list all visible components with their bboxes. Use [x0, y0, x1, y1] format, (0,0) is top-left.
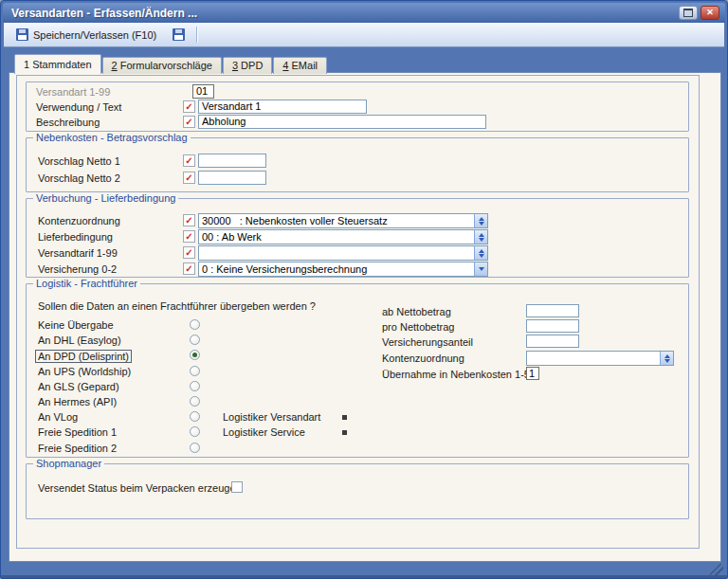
group-legend: Nebenkosten - Betragsvorschlag — [33, 132, 191, 143]
versicherung-combo[interactable]: 0 : Keine Versicherungsberechnung — [198, 262, 488, 277]
restore-button[interactable] — [679, 6, 698, 20]
radio-dpd-selected[interactable] — [190, 350, 200, 360]
radio-dhl[interactable] — [190, 335, 200, 345]
tab-formularvorschlaege[interactable]: 2 Formularvorschläge — [102, 57, 222, 74]
window-title: Versandarten - Erfassen/Ändern ... — [3, 7, 197, 20]
group-legend: Verbuchung - Lieferbedingung — [33, 192, 178, 204]
versicherungsanteil-label: Versicherungsanteil — [382, 336, 473, 348]
close-icon: ✕ — [706, 9, 714, 17]
edit-check-icon[interactable] — [183, 230, 195, 243]
radio-label-vlog: An VLog — [38, 411, 78, 423]
radio-keine-uebergabe[interactable] — [190, 319, 200, 330]
edit-check-icon[interactable] — [183, 154, 195, 167]
lieferbedingung-combo[interactable]: 00 : Ab Werk — [198, 229, 488, 244]
radio-vlog[interactable] — [190, 411, 200, 422]
edit-check-icon[interactable] — [183, 172, 195, 184]
beschreibung-field[interactable]: Abholung — [198, 115, 486, 129]
versandtarif-label: Versandtarif 1-99 — [38, 247, 118, 259]
tab-label: Stammdaten — [29, 59, 91, 70]
radio-label-ups: An UPS (Worldship) — [38, 366, 131, 377]
group-logistik: Logistik - Frachtführer Sollen die Daten… — [26, 283, 689, 458]
updown-icon[interactable] — [474, 246, 487, 260]
tab-email[interactable]: 4 EMail — [273, 57, 327, 74]
restore-icon — [683, 9, 693, 17]
versandart-label: Versandart 1-99 — [36, 86, 110, 98]
updown-icon[interactable] — [660, 352, 673, 365]
versandtarif-combo[interactable] — [198, 245, 488, 261]
radio-spedition1[interactable] — [190, 426, 200, 437]
combo-value: 30000 : Nebenkosten voller Steuersatz — [202, 215, 388, 226]
radio-ups[interactable] — [190, 366, 200, 376]
updown-icon[interactable] — [474, 214, 487, 227]
vorschlag1-field[interactable] — [198, 154, 266, 168]
verwendung-field[interactable]: Versandart 1 — [198, 100, 367, 114]
edit-check-icon[interactable] — [183, 262, 195, 275]
window-bottom-edge — [1, 575, 727, 578]
vorschlag2-field[interactable] — [198, 171, 266, 185]
versicherung-label: Versicherung 0-2 — [38, 263, 117, 275]
beschreibung-label: Beschreibung — [36, 117, 100, 128]
logistik-kontenzuordnung-label: Kontenzuordnung — [382, 353, 464, 364]
tab-page-stammdaten: Versandart 1-99 01 Verwendung / Text Ver… — [9, 72, 721, 562]
tab-label: EMail — [288, 60, 318, 71]
radio-label-hermes: An Hermes (API) — [38, 396, 117, 407]
close-button[interactable]: ✕ — [701, 6, 719, 20]
radio-label-dhl: An DHL (Easylog) — [38, 335, 121, 346]
pro-netto-field[interactable] — [526, 319, 579, 333]
tabstrip: 1 Stammdaten 2 Formularvorschläge 3 DPD … — [14, 54, 328, 74]
edit-check-icon[interactable] — [183, 214, 195, 226]
radio-label-spedition2: Freie Spedition 2 — [38, 443, 117, 454]
tab-label: DPD — [238, 60, 263, 71]
verwendung-label: Verwendung / Text — [36, 101, 121, 113]
save-exit-button[interactable]: Speichern/Verlassen (F10) — [12, 26, 160, 44]
updown-icon[interactable] — [474, 230, 487, 244]
group-legend: Logistik - Frachtführer — [33, 278, 140, 289]
window-controls: ✕ — [679, 6, 719, 20]
logistik-kontenzuordnung-combo[interactable] — [526, 351, 674, 366]
radio-hermes[interactable] — [190, 396, 200, 407]
save-icon — [173, 28, 185, 41]
group-shopmanager: Shopmanager Versendet Status beim Verpac… — [26, 463, 689, 519]
ab-netto-field[interactable] — [526, 304, 579, 317]
radio-label-spedition1: Freie Spedition 1 — [38, 426, 117, 438]
app-window: Versandarten - Erfassen/Ändern ... ✕ Spe… — [0, 0, 728, 579]
versandart-field: 01 — [192, 84, 214, 99]
radio-gls[interactable] — [190, 381, 200, 391]
ab-netto-label: ab Nettobetrag — [382, 306, 451, 317]
radio-label-gls: An GLS (Gepard) — [38, 381, 119, 392]
chevron-down-icon[interactable] — [474, 262, 487, 276]
versendet-status-checkbox[interactable] — [231, 481, 243, 493]
logistiker-service-indicator — [342, 430, 347, 435]
toolbar: Speichern/Verlassen (F10) — [4, 23, 724, 47]
logistiker-versandart-label: Logistiker Versandart — [223, 411, 320, 423]
radio-label-keine-uebergabe: Keine Übergabe — [38, 319, 114, 331]
resize-grip[interactable] — [710, 564, 723, 575]
edit-check-icon[interactable] — [183, 246, 195, 259]
radio-label-dpd: An DPD (Delisprint) — [35, 350, 132, 363]
tab-label: Formularvorschläge — [118, 60, 212, 71]
tab-stammdaten[interactable]: 1 Stammdaten — [14, 54, 101, 74]
group-verbuchung: Verbuchung - Lieferbedingung Kontenzuord… — [26, 198, 689, 278]
versendet-status-label: Versendet Status beim Verpacken erzeugen — [38, 482, 242, 494]
versicherungsanteil-field[interactable] — [526, 335, 579, 348]
radio-spedition2[interactable] — [190, 443, 200, 453]
titlebar: Versandarten - Erfassen/Ändern ... ✕ — [3, 3, 725, 23]
edit-check-icon[interactable] — [183, 116, 195, 128]
combo-value: 00 : Ab Werk — [202, 231, 262, 243]
tab-dpd[interactable]: 3 DPD — [223, 57, 272, 74]
uebernahme-label: Übernahme in Nebenkosten 1-5 — [382, 369, 530, 380]
group-legend: Shopmanager — [33, 458, 104, 469]
group-stammdaten: Versandart 1-99 01 Verwendung / Text Ver… — [26, 81, 689, 132]
edit-check-icon[interactable] — [183, 100, 195, 113]
logistiker-versandart-indicator — [342, 415, 347, 420]
pro-netto-label: pro Nettobetrag — [382, 321, 454, 333]
vorschlag1-label: Vorschlag Netto 1 — [38, 155, 120, 167]
group-nebenkosten: Nebenkosten - Betragsvorschlag Vorschlag… — [26, 137, 689, 192]
save-icon — [16, 28, 28, 41]
kontenzuordnung-combo[interactable]: 30000 : Nebenkosten voller Steuersatz — [198, 213, 488, 228]
uebernahme-field[interactable]: 1 — [526, 367, 539, 380]
frachtfuehrer-question: Sollen die Daten an einen Frachtführer ü… — [38, 300, 316, 312]
save-button[interactable] — [169, 26, 189, 44]
toolbar-separator — [196, 27, 198, 43]
logistiker-service-label: Logistiker Service — [223, 426, 305, 438]
